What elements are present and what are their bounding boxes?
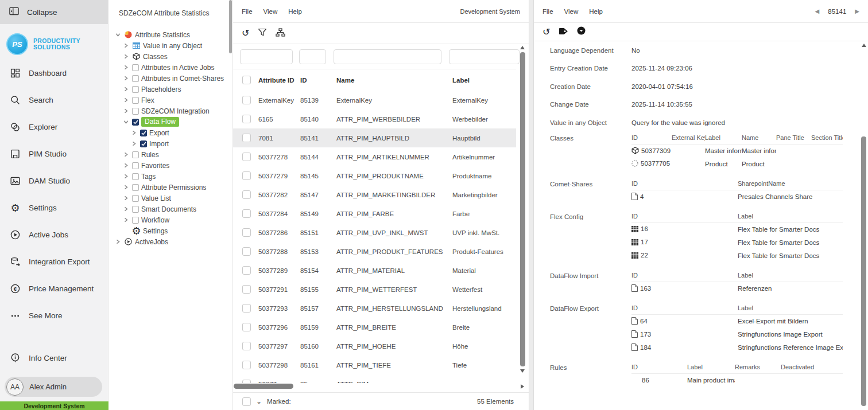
tree-checkbox[interactable] xyxy=(132,97,139,104)
tree-checkbox[interactable] xyxy=(132,75,139,82)
row-checkbox[interactable] xyxy=(242,304,251,313)
chevron-right-icon[interactable] xyxy=(122,65,130,70)
menu-file[interactable]: File xyxy=(542,8,553,15)
tree-node-data-flow[interactable]: Data Flow xyxy=(109,116,232,127)
tree-node-classes[interactable]: Classes xyxy=(109,51,232,62)
sidebar-item-price-management[interactable]: €Price Management xyxy=(0,275,108,302)
filter-button[interactable] xyxy=(258,28,267,39)
filter-input-1[interactable] xyxy=(240,49,293,64)
row-checkbox[interactable] xyxy=(242,171,251,180)
tree-node-settings[interactable]: ⚙Settings xyxy=(109,225,232,236)
tree-checkbox[interactable] xyxy=(132,86,139,93)
table-row[interactable]: 5037729885161ATTR_PIM_TIEFETiefe xyxy=(233,356,516,374)
menu-help[interactable]: Help xyxy=(288,8,302,15)
section-row[interactable]: 163Referenzen xyxy=(631,282,843,295)
section-row[interactable]: 64Excel-Export mit Bildern xyxy=(631,315,843,328)
chevron-right-icon[interactable] xyxy=(122,87,130,92)
table-row[interactable]: 5037728885153ATTR_PIM_PRODUKT_FEATURESPr… xyxy=(233,242,516,261)
refresh-button[interactable]: ↺ xyxy=(542,27,550,37)
row-checkbox[interactable] xyxy=(242,190,251,199)
table-row[interactable]: 708185141ATTR_PIM_HAUPTBILDHauptbild xyxy=(233,128,516,147)
sidebar-item-dam-studio[interactable]: DAM Studio xyxy=(0,167,108,194)
row-checkbox[interactable] xyxy=(242,228,251,237)
row-checkbox[interactable] xyxy=(242,247,251,256)
select-all-checkbox[interactable] xyxy=(242,76,251,84)
row-checkbox[interactable] xyxy=(242,323,251,331)
table-row[interactable]: 616585140ATTR_PIM_WERBEBILDERWerbebilder xyxy=(233,110,516,128)
row-checkbox[interactable] xyxy=(242,209,251,218)
marked-chevron-icon[interactable]: ⌄ xyxy=(256,397,262,405)
row-checkbox[interactable] xyxy=(242,342,251,350)
menu-file[interactable]: File xyxy=(242,8,253,15)
column-header-label[interactable]: Label xyxy=(452,77,516,84)
chevron-right-icon[interactable] xyxy=(122,54,130,59)
collapse-button[interactable]: Collapse xyxy=(0,0,108,24)
table-row[interactable]: 5037729385157ATTR_PIM_HERSTELLUNGSLANDHe… xyxy=(233,299,516,318)
tree-checkbox[interactable] xyxy=(132,119,139,126)
chevron-right-icon[interactable] xyxy=(122,217,130,222)
tree-node-workflow[interactable]: Workflow xyxy=(109,214,232,225)
panel-divider[interactable] xyxy=(529,0,534,410)
chevron-right-icon[interactable] xyxy=(122,108,130,114)
sidebar-item-info-center[interactable]: Info Center xyxy=(0,345,108,372)
table-row[interactable]: 5037728985154ATTR_PIM_MATERIALMaterial xyxy=(233,261,516,280)
tree-node-export[interactable]: Export xyxy=(109,127,232,138)
filter-input-3[interactable] xyxy=(334,49,441,64)
filter-input-4[interactable] xyxy=(449,49,520,64)
section-row[interactable]: 16Flex Table for Smarter Docs xyxy=(631,223,843,236)
chevron-right-icon[interactable] xyxy=(122,174,130,179)
tree-node-attribute-statistics[interactable]: Attribute Statistics xyxy=(109,29,232,40)
section-row[interactable]: 22Flex Table for Smarter Docs xyxy=(631,249,843,263)
list-horizontal-scrollbar[interactable] xyxy=(233,382,516,390)
chevron-right-icon[interactable] xyxy=(122,185,130,190)
section-row[interactable]: 4Presales Channels Share xyxy=(631,190,843,204)
hierarchy-button[interactable] xyxy=(276,28,285,39)
scroll-down-arrow-icon[interactable] xyxy=(520,369,525,373)
user-menu[interactable]: AA Alex Admin xyxy=(5,377,102,397)
section-row[interactable]: 86Main product image xyxy=(631,374,843,387)
row-checkbox[interactable] xyxy=(242,361,251,369)
menu-help[interactable]: Help xyxy=(589,8,603,15)
filter-input-2[interactable] xyxy=(299,49,326,64)
menu-view[interactable]: View xyxy=(564,8,579,15)
tag-button[interactable] xyxy=(559,27,568,37)
table-row[interactable]: 5037728285147ATTR_PIM_MARKETINGBILDERMar… xyxy=(233,185,516,204)
table-row[interactable]: 5037729785160ATTR_PIM_HOEHEHöhe xyxy=(233,337,516,356)
scroll-up-arrow-icon[interactable] xyxy=(520,46,525,49)
refresh-button[interactable]: ↺ xyxy=(242,28,249,38)
tree-node-tags[interactable]: Tags xyxy=(109,171,232,182)
detail-scroll-up-icon[interactable] xyxy=(862,44,866,47)
tree-node-favorites[interactable]: Favorites xyxy=(109,160,232,171)
hscrollbar-thumb[interactable] xyxy=(234,384,293,389)
chevron-right-icon[interactable] xyxy=(130,141,138,146)
row-checkbox[interactable] xyxy=(242,115,251,123)
circle-down-button[interactable] xyxy=(577,26,586,37)
chevron-down-icon[interactable] xyxy=(114,32,122,37)
tree-checkbox[interactable] xyxy=(132,162,139,169)
tree-checkbox[interactable] xyxy=(132,217,139,224)
chevron-right-icon[interactable] xyxy=(122,196,130,201)
row-checkbox[interactable] xyxy=(242,266,251,275)
list-vertical-scrollbar[interactable] xyxy=(518,46,526,383)
tree-node-value-list[interactable]: Value List xyxy=(109,193,232,204)
table-row[interactable]: 5037729685159ATTR_PIM_BREITEBreite xyxy=(233,318,516,337)
tree-checkbox[interactable] xyxy=(132,206,139,213)
tree-node-activejobs[interactable]: ActiveJobs xyxy=(109,236,232,247)
section-row[interactable]: 184Stringfunctions Reference Image Expor… xyxy=(631,341,843,354)
table-row[interactable]: 5037728685151ATTR_PIM_UVP_INKL_MWSTUVP i… xyxy=(233,223,516,242)
column-header-id[interactable]: ID xyxy=(300,77,336,84)
table-row[interactable]: ExternalKey85139ExternalKeyExternalKey xyxy=(233,91,516,110)
section-row[interactable]: 17Flex Table for Smarter Docs xyxy=(631,236,843,249)
tree-checkbox[interactable] xyxy=(140,140,147,147)
tree-checkbox[interactable] xyxy=(132,151,139,158)
scrollbar-thumb[interactable] xyxy=(520,52,525,366)
section-row[interactable]: 50377309Master informMaster inform xyxy=(631,145,843,158)
row-checkbox[interactable] xyxy=(242,153,251,161)
section-row[interactable]: 50377705ProductProduct xyxy=(631,158,843,171)
tree-checkbox[interactable] xyxy=(132,184,139,191)
chevron-right-icon[interactable] xyxy=(114,239,122,244)
tree-node-sdzecom-integration[interactable]: SDZeCOM Integration xyxy=(109,106,232,116)
chevron-right-icon[interactable] xyxy=(122,97,130,103)
previous-record-icon[interactable]: ◀ xyxy=(815,8,820,14)
detail-vertical-scrollbar[interactable] xyxy=(860,44,867,410)
